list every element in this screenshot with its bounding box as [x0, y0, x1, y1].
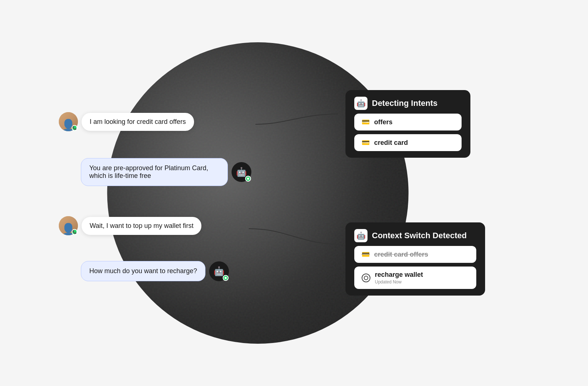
card-icon-3: 💳: [362, 250, 370, 258]
context-switch-panel: 🤖 Context Switch Detected 💳 credit card …: [345, 222, 485, 296]
intent-recharge-wallet-content: recharge wallet Updated Now: [375, 271, 423, 285]
panel2-bot-icon: 🤖: [354, 229, 368, 242]
intent-credit-card-offers-label: credit card offers: [374, 251, 428, 258]
background-circle: [107, 42, 409, 344]
intent-recharge-wallet: recharge wallet Updated Now: [354, 267, 476, 289]
phone-icon: 📞: [72, 126, 76, 130]
bot-avatar-1: 🤖: [232, 162, 251, 182]
bot-bubble-1: You are pre-approved for Platinum Card, …: [81, 158, 228, 186]
user-message-text-2: Wait, I want to top up my wallet first: [90, 222, 193, 229]
intent-offers-label: offers: [374, 118, 392, 126]
intent-updated-now: Updated Now: [375, 279, 423, 285]
bot-online-indicator-2: [223, 275, 229, 281]
intent-credit-card-label: credit card: [374, 139, 408, 147]
user-avatar-1: 📞: [59, 112, 78, 131]
user-message-2: 📞 Wait, I want to top up my wallet first: [59, 216, 201, 235]
panel1-bot-icon: 🤖: [354, 97, 368, 110]
card-icon-2: 💳: [362, 139, 370, 147]
detecting-intents-panel: 🤖 Detecting Intents 💳 offers 💳 credit ca…: [345, 90, 470, 158]
panel1-title: Detecting Intents: [372, 99, 437, 108]
user-message-text-1: I am looking for credit card offers: [90, 118, 186, 125]
phone-icon-2: 📞: [72, 230, 76, 234]
intent-offers: 💳 offers: [354, 114, 462, 131]
wallet-icon: [362, 274, 370, 282]
user-bubble-2: Wait, I want to top up my wallet first: [82, 217, 201, 235]
bot-message-1: You are pre-approved for Platinum Card, …: [81, 158, 251, 186]
bot-icon-1: 🤖: [236, 167, 247, 177]
panel1-header: 🤖 Detecting Intents: [354, 97, 462, 110]
card-icon-1: 💳: [362, 118, 370, 126]
online-indicator-1: 📞: [72, 125, 78, 131]
bot-bubble-2: How much do you want to recharge?: [81, 261, 205, 281]
online-indicator-2: 📞: [72, 229, 78, 235]
intent-credit-card-offers: 💳 credit card offers: [354, 246, 476, 263]
user-message-1: 📞 I am looking for credit card offers: [59, 112, 194, 131]
bot-message-text-1: You are pre-approved for Platinum Card, …: [89, 164, 208, 179]
panel2-title: Context Switch Detected: [372, 231, 467, 240]
panel2-bot-emoji: 🤖: [356, 231, 366, 240]
bot-online-indicator-1: [245, 176, 251, 182]
intent-recharge-label: recharge wallet: [375, 271, 423, 279]
scene: 📞 I am looking for credit card offers Yo…: [37, 18, 551, 368]
user-bubble-1: I am looking for credit card offers: [82, 113, 194, 131]
bot-avatar-2: 🤖: [209, 261, 229, 281]
user-avatar-2: 📞: [59, 216, 78, 235]
panel2-header: 🤖 Context Switch Detected: [354, 229, 476, 242]
bot-message-text-2: How much do you want to recharge?: [89, 267, 197, 275]
bot-icon-2: 🤖: [214, 266, 225, 276]
panel1-bot-emoji: 🤖: [356, 99, 366, 108]
bot-message-2: How much do you want to recharge? 🤖: [81, 261, 229, 281]
intent-credit-card: 💳 credit card: [354, 134, 462, 151]
